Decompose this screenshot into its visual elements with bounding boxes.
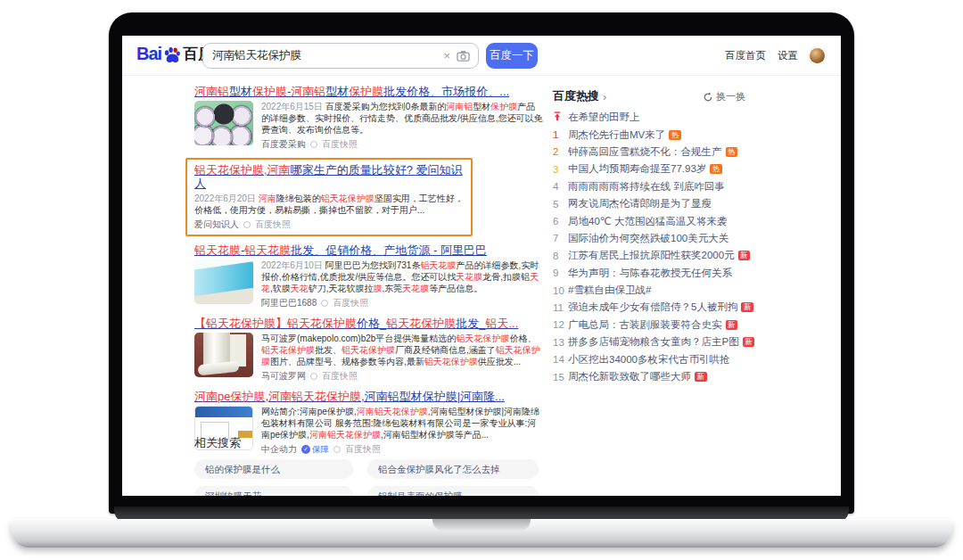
hot-item-text: 强迫未成年少女有偿陪侍？5人被刑拘 xyxy=(568,301,737,314)
hot-rank: 10 xyxy=(553,285,568,296)
hot-rank: 15 xyxy=(553,372,568,383)
hot-search-item[interactable]: 5网友说周杰伦请郎朗是为了显瘦 xyxy=(553,195,776,212)
refresh-icon xyxy=(703,92,713,103)
hot-new-badge: 新 xyxy=(743,337,755,347)
result-date: 2022年6月10日 xyxy=(261,260,325,270)
search-result: 河南铝型材保护膜-河南铝型材保护膜批发价格、市场报价、...2022年6月15日… xyxy=(194,85,544,151)
search-results-column: 河南铝型材保护膜-河南铝型材保护膜批发价格、市场报价、...2022年6月15日… xyxy=(194,85,544,463)
laptop-base xyxy=(11,519,952,548)
hot-new-badge: 新 xyxy=(741,302,753,312)
result-source-row: 马可波罗网百度快照 xyxy=(261,370,544,383)
hot-hot-badge: 热 xyxy=(669,130,681,140)
related-searches-title: 相关搜索 xyxy=(194,435,551,451)
snapshot-link[interactable]: 百度快照 xyxy=(333,297,368,309)
hot-rank: 2 xyxy=(553,146,568,157)
hot-search-item[interactable]: 15周杰伦新歌致敬了哪些大师新 xyxy=(553,368,776,385)
snapshot-link[interactable]: 百度快照 xyxy=(322,138,358,151)
snapshot-separator-icon xyxy=(321,300,328,307)
baidu-paw-icon xyxy=(162,45,182,64)
hot-rank: 9 xyxy=(553,268,568,278)
refresh-hot-search-button[interactable]: 换一换 xyxy=(703,90,745,103)
result-source-row: 爱问知识人百度快照 xyxy=(194,218,464,231)
baidu-header: Bai 百度 河南铝天花保护膜 × 百度一下 xyxy=(122,36,841,76)
camera-search-icon[interactable] xyxy=(457,49,470,62)
nav-settings[interactable]: 设置 xyxy=(778,49,798,62)
hot-item-text: 中国人均预期寿命提至77.93岁 xyxy=(568,162,706,176)
laptop-base-notch xyxy=(432,519,531,531)
hot-rank: 11 xyxy=(553,302,568,313)
logo-text-bai: Bai xyxy=(136,44,161,64)
nav-baidu-home[interactable]: 百度首页 xyxy=(725,49,766,62)
hot-search-item[interactable]: 10#雪糕自由保卫战# xyxy=(553,282,776,299)
result-source-label: 阿里巴巴1688 xyxy=(261,297,317,309)
user-avatar[interactable] xyxy=(810,48,825,63)
hot-search-title[interactable]: 百度热搜 xyxy=(553,88,599,104)
browser-viewport: Bai 百度 河南铝天花保护膜 × 百度一下 xyxy=(122,36,841,496)
hot-item-text: 周杰伦新歌致敬了哪些大师 xyxy=(568,370,691,383)
result-title-link[interactable]: 铝天花保护膜,河南哪家生产的质量比较好? 爱问知识人 xyxy=(194,163,464,190)
hot-search-item[interactable]: 12广电总局：古装剧服装要符合史实新 xyxy=(553,317,776,334)
hot-item-text: 拼多多店铺宠物粮含女童肉？店主P图 xyxy=(568,335,739,349)
hot-search-item[interactable]: 2钟薛高回应雪糕烧不化：合规生产热 xyxy=(553,144,776,161)
result-thumbnail[interactable] xyxy=(194,101,253,145)
result-title-link[interactable]: 河南铝型材保护膜-河南铝型材保护膜批发价格、市场报价、... xyxy=(194,85,544,98)
result-description: 2022年6月15日 百度爱采购为您找到0条最新的河南铝型材保护膜产品的详细参数… xyxy=(261,101,544,136)
result-source-label: 爱问知识人 xyxy=(194,218,239,231)
result-title-link[interactable]: 【铝天花保护膜】铝天花保护膜价格_铝天花保护膜批发_铝天... xyxy=(194,317,544,330)
hot-search-item[interactable]: 14小区挖出34000多枚宋代古币引哄抢 xyxy=(553,350,776,367)
hot-rank xyxy=(553,111,568,123)
hot-rank: 12 xyxy=(553,319,568,330)
result-body: 马可波罗(makepolo.com)b2b平台提供海量精选的铝天花保护膜价格、铝… xyxy=(261,333,544,383)
clear-search-icon[interactable]: × xyxy=(437,49,457,62)
pinned-top-icon xyxy=(553,111,562,121)
hot-item-text: 小区挖出34000多枚宋代古币引哄抢 xyxy=(568,353,729,366)
result-title-link[interactable]: 铝天花膜-铝天花膜批发、促销价格、产地货源 - 阿里巴巴 xyxy=(194,243,544,257)
result-date: 2022年6月15日 xyxy=(261,102,325,111)
related-searches-section: 相关搜索 铝的保护膜是什么铝合金保护膜风化了怎么去掉深圳软膜天花铝制品表面的保护… xyxy=(194,435,551,496)
related-search-pill[interactable]: 铝的保护膜是什么 xyxy=(194,459,353,479)
hot-item-text: 网友说周杰伦请郎朗是为了显瘦 xyxy=(568,197,712,210)
top-nav: 百度首页 设置 xyxy=(725,36,825,76)
result-body-row: 2022年6月15日 百度爱采购为您找到0条最新的河南铝型材保护膜产品的详细参数… xyxy=(194,101,544,151)
hot-search-item[interactable]: 3中国人均预期寿命提至77.93岁热 xyxy=(553,161,776,177)
annotation-highlight-box: 铝天花保护膜,河南哪家生产的质量比较好? 爱问知识人2022年6月20日 河南隆… xyxy=(185,158,473,236)
result-title-link[interactable]: 河南pe保护膜,河南铝天花保护膜,河南铝型材保护膜|河南隆... xyxy=(194,390,544,403)
hot-search-item[interactable]: 4雨雨雨雨雨将持续在线 到底咋回事 xyxy=(553,178,776,195)
hot-item-text: 钟薛高回应雪糕烧不化：合规生产 xyxy=(568,145,722,159)
hot-item-text: #雪糕自由保卫战# xyxy=(568,284,651,297)
hot-search-item[interactable]: 11强迫未成年少女有偿陪侍？5人被刑拘新 xyxy=(553,299,776,316)
related-search-pill[interactable]: 铝制品表面的保护膜 xyxy=(367,486,539,496)
hot-search-item[interactable]: 9华为声明：与陈春花教授无任何关系 xyxy=(553,265,776,282)
result-body-row: 马可波罗(makepolo.com)b2b平台提供海量精选的铝天花保护膜价格、铝… xyxy=(194,333,544,383)
result-thumbnail[interactable] xyxy=(194,259,253,304)
related-search-pill[interactable]: 深圳软膜天花 xyxy=(194,486,353,496)
result-description: 马可波罗(makepolo.com)b2b平台提供海量精选的铝天花保护膜价格、铝… xyxy=(261,333,544,367)
result-body-row: 2022年6月10日 阿里巴巴为您找到731条铝天花膜产品的详细参数,实时报价,… xyxy=(194,259,544,309)
snapshot-link[interactable]: 百度快照 xyxy=(255,218,291,231)
result-thumbnail[interactable] xyxy=(194,333,253,377)
search-result: 【铝天花保护膜】铝天花保护膜价格_铝天花保护膜批发_铝天...马可波罗(make… xyxy=(194,317,544,383)
hot-item-text: 在希望的田野上 xyxy=(568,111,640,124)
related-search-pill[interactable]: 铝合金保护膜风化了怎么去掉 xyxy=(367,459,539,479)
hot-item-text: 华为声明：与陈春花教授无任何关系 xyxy=(568,267,732,280)
search-box[interactable]: 河南铝天花保护膜 × xyxy=(202,43,479,69)
hot-search-item[interactable]: 13拼多多店铺宠物粮含女童肉？店主P图新 xyxy=(553,334,776,350)
result-body: 2022年6月15日 百度爱采购为您找到0条最新的河南铝型材保护膜产品的详细参数… xyxy=(261,101,544,151)
hot-search-item[interactable]: 8江苏有居民上报抗原阳性获奖2000元新 xyxy=(553,247,776,264)
snapshot-link[interactable]: 百度快照 xyxy=(322,370,358,383)
result-description: 2022年6月20日 河南隆绵包装的铝天花保护膜坚固实用，工艺性好，价格低，使用… xyxy=(194,193,464,216)
result-source-row: 百度爱采购百度快照 xyxy=(261,138,544,151)
hot-search-item[interactable]: 6局地40℃ 大范围凶猛高温又将来袭 xyxy=(553,212,776,229)
hot-search-item[interactable]: 在希望的田野上 xyxy=(553,109,776,126)
hot-search-item[interactable]: 7国际油价为何突然跌破100美元大关 xyxy=(553,230,776,247)
search-button[interactable]: 百度一下 xyxy=(486,43,538,69)
hot-new-badge: 新 xyxy=(726,320,738,330)
hot-rank: 8 xyxy=(553,251,568,261)
search-input[interactable]: 河南铝天花保护膜 xyxy=(203,48,437,63)
chevron-right-icon: › xyxy=(603,90,606,103)
hot-search-item[interactable]: 1周杰伦先行曲MV来了热 xyxy=(553,126,776,143)
hot-rank: 5 xyxy=(553,199,568,210)
screenshot-canvas: Bai 百度 河南铝天花保护膜 × 百度一下 xyxy=(0,0,963,560)
hot-item-text: 广电总局：古装剧服装要符合史实 xyxy=(568,318,722,332)
snapshot-separator-icon xyxy=(310,373,317,380)
